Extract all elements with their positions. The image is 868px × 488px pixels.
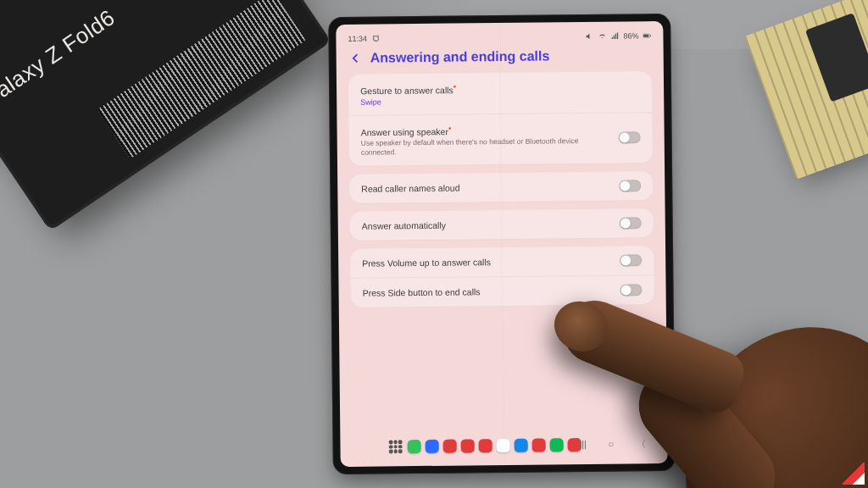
watermark-corner — [843, 463, 865, 485]
product-box-brand-text: Galaxy Z Fold6 — [0, 4, 120, 113]
dock-app-flipboard[interactable] — [461, 439, 475, 452]
toggle-auto-answer[interactable] — [620, 217, 642, 229]
app-dock — [388, 437, 581, 454]
row-gesture-to-answer[interactable]: Gesture to answer calls• Swipe — [348, 71, 652, 114]
row-volume-up-answer[interactable]: Press Volume up to answer calls — [350, 246, 654, 278]
page-title: Answering and ending calls — [370, 48, 550, 65]
row-title: Press Side button to end calls — [363, 286, 612, 298]
back-nav-button[interactable]: 〈 — [636, 438, 645, 451]
page-header: Answering and ending calls — [337, 45, 664, 75]
row-value: Swipe — [360, 95, 640, 106]
status-bar: 11:34 86% — [336, 21, 663, 48]
alarm-icon — [371, 34, 380, 42]
settings-list: Gesture to answer calls• Swipe Answer us… — [348, 71, 654, 308]
toggle-read-names[interactable] — [619, 180, 641, 191]
toggle-answer-speaker[interactable] — [619, 132, 641, 144]
dock-app-phone[interactable] — [408, 440, 421, 453]
svg-rect-1 — [643, 35, 648, 37]
dock-app-youtube[interactable] — [497, 439, 510, 452]
card-auto-answer: Answer automatically — [350, 208, 654, 241]
dock-app-messages[interactable] — [426, 440, 439, 453]
row-side-button-end[interactable]: Press Side button to end calls — [350, 274, 654, 308]
wifi-icon — [598, 32, 606, 41]
status-time: 11:34 — [348, 35, 367, 43]
nav-keys: ||| ○ 〈 — [579, 438, 645, 452]
row-subtitle: Use speaker by default when there's no h… — [361, 136, 610, 158]
card-read-caller: Read caller names aloud — [349, 171, 653, 203]
row-title: Answer using speaker — [361, 126, 448, 137]
card-answering-options: Gesture to answer calls• Swipe Answer us… — [348, 71, 653, 166]
toggle-vol-up[interactable] — [620, 254, 642, 266]
dock-app-record[interactable] — [532, 438, 546, 452]
dock-app-browser[interactable] — [515, 439, 528, 452]
recents-button[interactable]: ||| — [579, 439, 587, 452]
toggle-side-btn[interactable] — [620, 284, 643, 296]
row-title: Read caller names aloud — [361, 181, 610, 194]
row-title: Press Volume up to answer calls — [362, 256, 611, 269]
row-title: Answer automatically — [362, 219, 611, 231]
fold-device: 11:34 86% — [328, 14, 676, 474]
mute-icon — [585, 32, 593, 41]
row-answer-automatically[interactable]: Answer automatically — [350, 208, 654, 241]
row-answer-using-speaker[interactable]: Answer using speaker• Use speaker by def… — [348, 112, 653, 166]
changed-dot-icon: • — [448, 123, 452, 132]
apps-drawer-button[interactable] — [388, 439, 403, 454]
back-button[interactable] — [350, 53, 362, 64]
row-title: Gesture to answer calls — [360, 85, 453, 96]
svg-rect-2 — [650, 35, 651, 36]
battery-text: 86% — [623, 31, 638, 40]
dock-app-opera[interactable] — [443, 440, 457, 453]
battery-icon — [643, 31, 651, 40]
dock-app-spotify[interactable] — [550, 438, 564, 452]
card-hw-buttons: Press Volume up to answer calls Press Si… — [350, 246, 654, 308]
signal-icon — [610, 32, 619, 41]
row-read-caller-names[interactable]: Read caller names aloud — [349, 171, 653, 203]
device-screen: 11:34 86% — [336, 21, 667, 467]
home-button[interactable]: ○ — [609, 439, 615, 452]
dock-app-settings[interactable] — [479, 439, 492, 452]
changed-dot-icon: • — [453, 82, 457, 92]
